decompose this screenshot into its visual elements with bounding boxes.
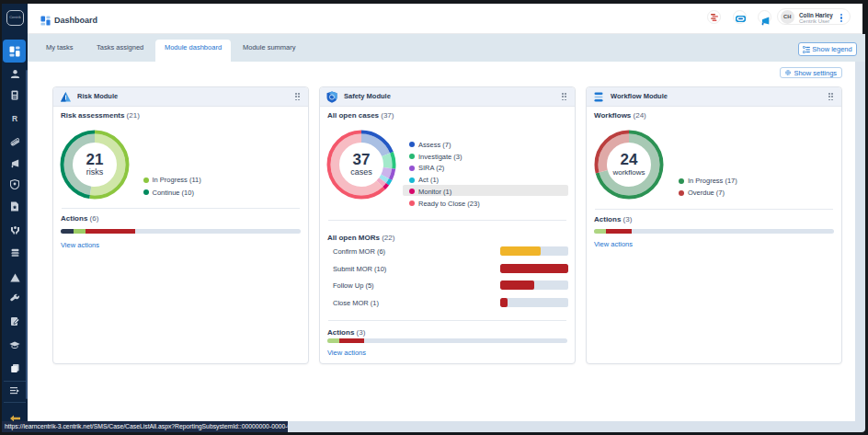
svg-text:37: 37 [353,151,371,168]
svg-text:24: 24 [621,151,638,168]
svg-text:cases: cases [350,167,372,177]
svg-text:risks: risks [86,167,104,177]
svg-text:21: 21 [86,151,104,168]
svg-text:workflows: workflows [611,168,645,177]
